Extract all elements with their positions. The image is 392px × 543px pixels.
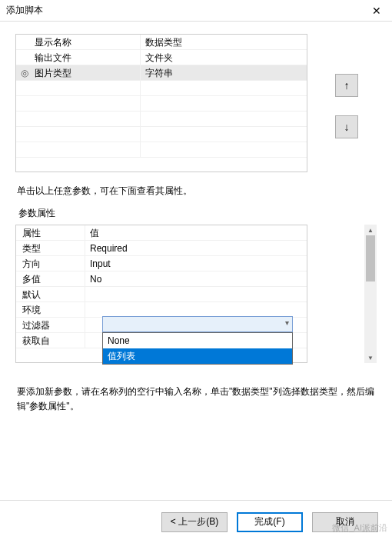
scrollbar[interactable]: ▲ ▼ bbox=[364, 225, 377, 363]
property-row[interactable]: 属性 值 bbox=[16, 225, 307, 241]
prop-key: 多值 bbox=[16, 272, 85, 286]
table-row[interactable] bbox=[16, 112, 307, 127]
back-button[interactable]: < 上一步(B) bbox=[161, 512, 228, 532]
cancel-button[interactable]: 取消 bbox=[312, 512, 378, 532]
prop-value: 值 bbox=[85, 225, 307, 240]
table-row[interactable]: 输出文件 文件夹 bbox=[16, 50, 307, 65]
arrow-up-icon: ↑ bbox=[344, 79, 350, 92]
properties-area: 属性 值 类型 Required 方向 Input 多值 No 默认 环境 bbox=[15, 225, 377, 363]
reorder-controls: ↑ ↓ bbox=[335, 74, 358, 138]
param-name: 图片类型 bbox=[33, 65, 141, 80]
table-row[interactable] bbox=[16, 96, 307, 112]
prop-key: 环境 bbox=[16, 302, 85, 317]
dropdown-option[interactable]: None bbox=[103, 333, 292, 348]
window-title: 添加脚本 bbox=[6, 4, 367, 17]
prop-value[interactable]: Input bbox=[85, 256, 307, 271]
params-area: 显示名称 数据类型 输出文件 文件夹 ◎ 图片类型 字符串 ↑ bbox=[15, 34, 377, 172]
scroll-thumb[interactable] bbox=[366, 235, 375, 281]
prop-key: 过滤器 bbox=[16, 318, 85, 332]
close-icon[interactable]: ✕ bbox=[367, 5, 386, 17]
group-label: 参数属性 bbox=[18, 207, 377, 220]
prop-key: 默认 bbox=[16, 287, 85, 301]
param-type: 数据类型 bbox=[141, 35, 307, 49]
row-marker: ◎ bbox=[16, 65, 33, 80]
instruction-text: 要添加新参数，请在名称列的空行中输入名称，单击"数据类型"列选择数据类型，然后编… bbox=[17, 385, 375, 414]
prop-value[interactable] bbox=[85, 287, 307, 301]
param-type: 字符串 bbox=[141, 65, 307, 80]
content-area: 显示名称 数据类型 输出文件 文件夹 ◎ 图片类型 字符串 ↑ bbox=[0, 22, 392, 414]
params-table[interactable]: 显示名称 数据类型 输出文件 文件夹 ◎ 图片类型 字符串 bbox=[15, 34, 307, 172]
row-marker bbox=[16, 35, 33, 49]
move-up-button[interactable]: ↑ bbox=[335, 74, 358, 97]
param-type: 文件夹 bbox=[141, 50, 307, 65]
finish-button[interactable]: 完成(F) bbox=[237, 512, 303, 532]
table-row[interactable] bbox=[16, 142, 307, 158]
table-row[interactable] bbox=[16, 127, 307, 142]
property-row[interactable]: 多值 No bbox=[16, 272, 307, 287]
move-down-button[interactable]: ↓ bbox=[335, 115, 358, 138]
arrow-down-icon: ↓ bbox=[344, 121, 350, 133]
scroll-up-icon[interactable]: ▲ bbox=[364, 225, 377, 235]
param-name: 输出文件 bbox=[33, 50, 141, 65]
prop-value[interactable] bbox=[85, 302, 307, 317]
chevron-down-icon: ▾ bbox=[285, 318, 289, 327]
prop-key: 获取自 bbox=[16, 333, 85, 348]
table-row[interactable]: 显示名称 数据类型 bbox=[16, 35, 307, 50]
property-row[interactable]: 方向 Input bbox=[16, 256, 307, 272]
prop-value[interactable]: Required bbox=[85, 241, 307, 255]
property-row[interactable]: 类型 Required bbox=[16, 241, 307, 256]
hint-text: 单击以上任意参数，可在下面查看其属性。 bbox=[17, 185, 377, 198]
table-row[interactable] bbox=[16, 81, 307, 96]
prop-key: 类型 bbox=[16, 241, 85, 255]
filter-combobox[interactable]: ▾ bbox=[102, 316, 293, 332]
scroll-down-icon[interactable]: ▼ bbox=[364, 352, 377, 363]
table-row[interactable]: ◎ 图片类型 字符串 bbox=[16, 65, 307, 81]
footer: < 上一步(B) 完成(F) 取消 bbox=[0, 500, 392, 543]
property-row[interactable]: 默认 bbox=[16, 287, 307, 302]
property-row[interactable]: 环境 bbox=[16, 302, 307, 318]
prop-key: 属性 bbox=[16, 225, 85, 240]
param-name: 显示名称 bbox=[33, 35, 141, 49]
filter-dropdown[interactable]: None 值列表 bbox=[102, 332, 293, 365]
prop-value[interactable]: No bbox=[85, 272, 307, 286]
prop-key: 方向 bbox=[16, 256, 85, 271]
titlebar: 添加脚本 ✕ bbox=[0, 0, 392, 22]
row-marker bbox=[16, 50, 33, 65]
dropdown-option[interactable]: 值列表 bbox=[103, 348, 292, 364]
